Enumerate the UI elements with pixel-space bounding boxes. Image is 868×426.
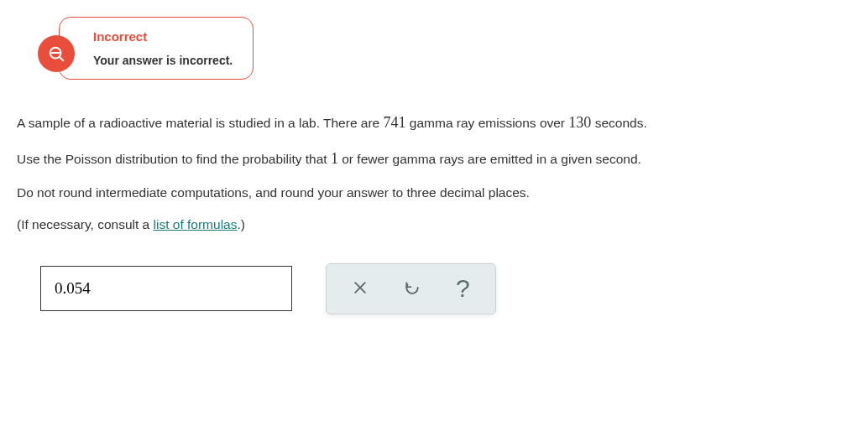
question-part: A sample of a radioactive material is st… xyxy=(17,116,384,130)
question-part: .) xyxy=(237,217,244,231)
emissions-value: 741 xyxy=(384,114,406,131)
question-part: Use the Poisson distribution to find the… xyxy=(17,152,331,166)
clear-button[interactable] xyxy=(350,274,370,304)
answer-row: ? xyxy=(40,263,851,314)
undo-icon xyxy=(404,276,421,302)
question-part: Do not round intermediate computations, … xyxy=(17,185,530,200)
feedback-title: Incorrect xyxy=(93,29,233,44)
question-part: (If necessary, consult a xyxy=(17,217,154,231)
help-button[interactable]: ? xyxy=(454,274,472,303)
input-toolbar: ? xyxy=(326,263,496,314)
seconds-value: 130 xyxy=(568,114,591,131)
question-text: A sample of a radioactive material is st… xyxy=(17,105,851,240)
reset-button[interactable] xyxy=(402,274,422,304)
incorrect-icon xyxy=(38,35,75,72)
question-part: seconds. xyxy=(591,116,646,130)
answer-input[interactable] xyxy=(40,266,292,311)
question-part: gamma ray emissions over xyxy=(406,116,569,130)
help-icon: ? xyxy=(456,276,470,301)
threshold-value: 1 xyxy=(331,150,338,167)
feedback-box: Incorrect Your answer is incorrect. xyxy=(59,17,254,80)
feedback-message: Your answer is incorrect. xyxy=(93,54,233,67)
close-icon xyxy=(352,276,369,302)
formulas-link[interactable]: list of formulas xyxy=(154,217,238,231)
question-part: or fewer gamma rays are emitted in a giv… xyxy=(338,152,641,166)
svg-line-1 xyxy=(60,57,64,61)
